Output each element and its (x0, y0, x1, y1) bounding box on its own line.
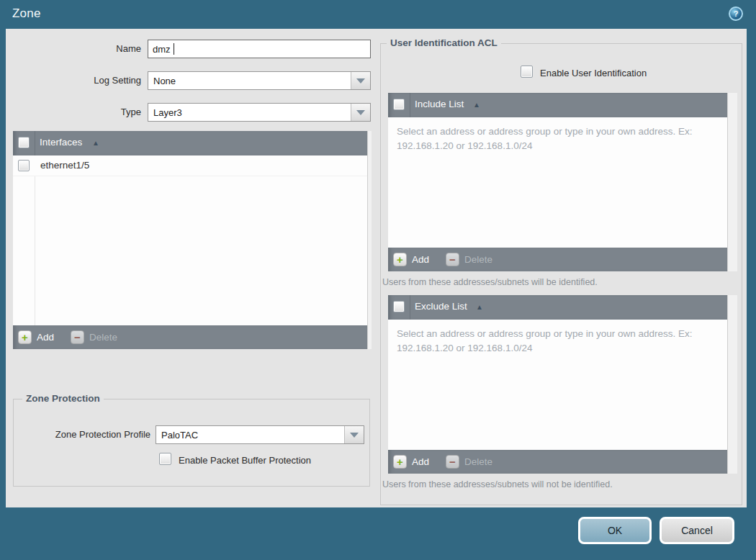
dialog-title: Zone (12, 6, 41, 21)
type-dropdown[interactable]: Layer3 (148, 103, 371, 122)
exclude-delete-button: Delete (464, 456, 492, 467)
delete-icon[interactable]: − (71, 330, 84, 344)
dialog-content: Name Log Setting None Type Layer3 Interf… (6, 29, 747, 507)
name-input[interactable] (148, 40, 371, 58)
include-list-header: Include List ▲ (388, 93, 737, 117)
include-add-button[interactable]: Add (412, 254, 429, 265)
include-list-placeholder: Select an address or address group or ty… (397, 125, 714, 153)
chevron-down-icon (356, 78, 365, 83)
include-list-column-header[interactable]: Include List (415, 99, 464, 109)
interface-name: ethernet1/5 (40, 160, 89, 171)
enable-user-identification-checkbox[interactable] (521, 66, 533, 78)
include-list-table: Include List ▲ Select an address or addr… (388, 93, 737, 271)
add-icon[interactable]: + (393, 253, 407, 266)
name-field-wrap (148, 40, 371, 58)
exclude-add-button[interactable]: Add (412, 456, 429, 467)
log-setting-dropdown[interactable]: None (148, 71, 371, 90)
interfaces-table-header: Interfaces ▲ (13, 131, 372, 155)
type-label: Type (6, 107, 141, 117)
enable-user-identification-label: Enable User Identification (540, 68, 647, 78)
delete-icon[interactable]: − (446, 253, 459, 266)
scrollbar-track[interactable] (727, 295, 737, 474)
interfaces-select-all-checkbox[interactable] (18, 137, 30, 148)
include-list-note: Users from these addresses/subnets will … (382, 277, 598, 287)
include-delete-button: Delete (464, 254, 492, 265)
sort-asc-icon: ▲ (92, 139, 99, 147)
log-setting-dropdown-button[interactable] (351, 72, 370, 89)
zone-protection-profile-dropdown-button[interactable] (344, 426, 364, 443)
exclude-list-column-header[interactable]: Exclude List (415, 301, 467, 312)
scrollbar-track[interactable] (727, 93, 737, 271)
zone-protection-profile-label: Zone Protection Profile (17, 429, 150, 440)
zone-protection-profile-dropdown[interactable]: PaloTAC (156, 425, 364, 444)
interfaces-table-body: ethernet1/5 (13, 155, 372, 325)
log-setting-value: None (153, 76, 176, 86)
type-dropdown-button[interactable] (351, 104, 370, 121)
scrollbar-track[interactable] (367, 131, 372, 349)
dialog-footer: OK Cancel (0, 507, 756, 560)
table-row-ethernet[interactable]: ethernet1/5 (13, 155, 372, 176)
cancel-button[interactable]: Cancel (660, 517, 734, 544)
row-checkbox[interactable] (18, 160, 30, 171)
ok-button[interactable]: OK (578, 517, 652, 544)
column-divider (35, 155, 35, 325)
delete-icon[interactable]: − (446, 455, 459, 469)
exclude-list-placeholder: Select an address or address group or ty… (397, 327, 714, 356)
add-button[interactable]: Add (37, 332, 54, 343)
zone-protection-fieldset: Zone Protection Zone Protection Profile … (13, 399, 370, 487)
user-identification-acl-legend: User Identification ACL (387, 37, 501, 48)
exclude-select-all-checkbox[interactable] (393, 301, 405, 312)
interfaces-column-header[interactable]: Interfaces (40, 137, 82, 148)
help-icon[interactable]: ? (729, 6, 743, 21)
include-select-all-checkbox[interactable] (393, 99, 405, 110)
exclude-list-body[interactable]: Select an address or address group or ty… (388, 320, 737, 450)
sort-asc-icon: ▲ (473, 101, 480, 109)
user-identification-acl-fieldset: User Identification ACL Enable User Iden… (380, 43, 742, 505)
include-list-body[interactable]: Select an address or address group or ty… (388, 117, 737, 248)
exclude-list-table: Exclude List ▲ Select an address or addr… (388, 295, 737, 474)
zone-protection-legend: Zone Protection (22, 393, 104, 404)
chevron-down-icon (356, 110, 365, 115)
include-list-footer: + Add − Delete (388, 248, 737, 271)
packet-buffer-protection-label: Enable Packet Buffer Protection (179, 455, 311, 466)
interfaces-table: Interfaces ▲ ethernet1/5 + Add − Delete (13, 131, 372, 349)
sort-asc-icon: ▲ (476, 303, 483, 311)
interfaces-table-footer: + Add − Delete (13, 325, 372, 349)
name-label: Name (6, 43, 141, 54)
packet-buffer-protection-checkbox[interactable] (159, 453, 171, 465)
zone-dialog: Zone ? Name Log Setting None Type Layer3… (0, 0, 756, 560)
header-divider (410, 93, 410, 117)
delete-button: Delete (89, 332, 117, 343)
header-divider (410, 295, 410, 320)
zone-protection-profile-value: PaloTAC (161, 430, 198, 441)
exclude-list-header: Exclude List ▲ (388, 295, 737, 320)
chevron-down-icon (350, 433, 359, 438)
add-icon[interactable]: + (393, 455, 407, 469)
header-divider (35, 131, 35, 155)
exclude-list-footer: + Add − Delete (388, 450, 737, 474)
add-icon[interactable]: + (18, 330, 32, 344)
log-setting-label: Log Setting (6, 75, 141, 86)
type-value: Layer3 (153, 107, 182, 118)
text-caret (174, 43, 174, 55)
titlebar: Zone ? (0, 0, 756, 29)
exclude-list-note: Users from these addresses/subnets will … (382, 479, 613, 489)
